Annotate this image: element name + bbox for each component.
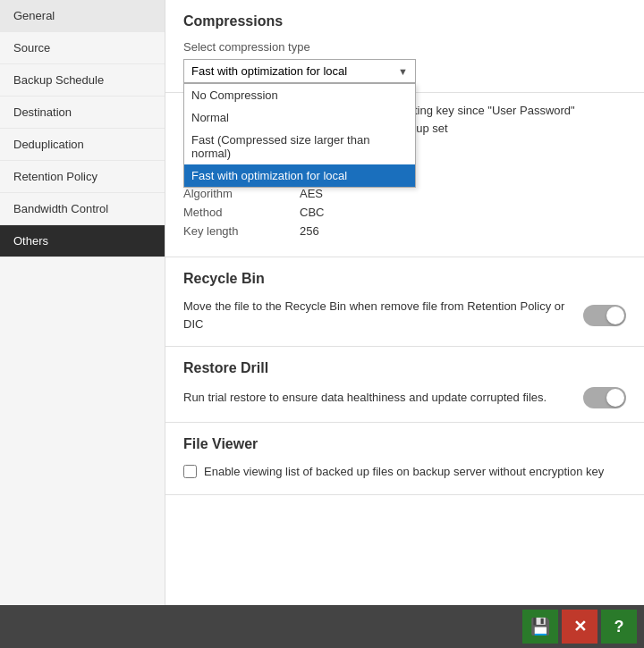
restore-drill-toggle[interactable]	[583, 387, 626, 408]
recycle-bin-section: Recycle Bin Move the file to the Recycle…	[165, 257, 644, 347]
restore-drill-section: Restore Drill Run trial restore to ensur…	[165, 347, 644, 423]
recycle-bin-title: Recycle Bin	[183, 271, 626, 287]
recycle-bin-toggle[interactable]	[583, 305, 626, 326]
algorithm-row: Algorithm AES	[183, 187, 626, 200]
algorithm-label: Algorithm	[183, 187, 300, 200]
compression-select-display[interactable]: Fast with optimization for local ▼	[183, 59, 416, 83]
sidebar-item-bandwidth-control[interactable]: Bandwidth Control	[0, 193, 165, 225]
close-button[interactable]: ✕	[562, 610, 597, 644]
file-viewer-checkbox[interactable]	[183, 465, 197, 478]
footer-toolbar: 💾 ✕ ?	[0, 605, 644, 648]
main-content: Compressions Select compression type Fas…	[165, 0, 644, 605]
file-viewer-section: File Viewer Enable viewing list of backe…	[165, 423, 644, 495]
compressions-section: Compressions Select compression type Fas…	[165, 0, 644, 92]
sidebar-item-general[interactable]: General	[0, 0, 165, 32]
sidebar-item-destination[interactable]: Destination	[0, 97, 165, 129]
method-row: Method CBC	[183, 206, 626, 219]
select-compression-label: Select compression type	[183, 40, 626, 54]
sidebar: GeneralSourceBackup ScheduleDestinationD…	[0, 0, 165, 605]
dropdown-arrow-icon: ▼	[398, 66, 408, 77]
method-value: CBC	[300, 206, 324, 219]
sidebar-item-source[interactable]: Source	[0, 32, 165, 64]
compressions-title: Compressions	[183, 13, 626, 29]
compression-selected-value: Fast with optimization for local	[191, 64, 398, 78]
compression-option[interactable]: No Compression	[184, 84, 415, 106]
restore-drill-toggle-knob	[606, 389, 624, 407]
save-button[interactable]: 💾	[522, 610, 558, 644]
restore-drill-row: Run trial restore to ensure data healthi…	[183, 387, 626, 408]
compression-dropdown-wrapper[interactable]: Fast with optimization for local ▼ No Co…	[183, 59, 416, 83]
file-viewer-checkbox-label: Enable viewing list of backed up files o…	[204, 463, 604, 481]
sidebar-item-deduplication[interactable]: Deduplication	[0, 129, 165, 161]
key-length-value: 256	[300, 224, 319, 238]
key-length-label: Key length	[183, 224, 300, 238]
method-label: Method	[183, 206, 300, 219]
compression-option[interactable]: Normal	[184, 106, 415, 129]
recycle-bin-description: Move the file to the Recycle Bin when re…	[183, 298, 570, 332]
key-length-row: Key length 256	[183, 224, 626, 238]
compression-option[interactable]: Fast (Compressed size larger than normal…	[184, 129, 415, 164]
compression-dropdown-list[interactable]: No CompressionNormalFast (Compressed siz…	[183, 83, 416, 188]
sidebar-item-backup-schedule[interactable]: Backup Schedule	[0, 64, 165, 97]
sidebar-item-others[interactable]: Others	[0, 225, 165, 257]
algorithm-value: AES	[300, 187, 323, 200]
file-viewer-checkbox-row: Enable viewing list of backed up files o…	[183, 463, 626, 481]
recycle-bin-row: Move the file to the Recycle Bin when re…	[183, 298, 626, 332]
recycle-bin-toggle-knob	[606, 307, 624, 324]
compression-option[interactable]: Fast with optimization for local	[184, 164, 415, 187]
sidebar-item-retention-policy[interactable]: Retention Policy	[0, 161, 165, 193]
restore-drill-description: Run trial restore to ensure data healthi…	[183, 389, 570, 407]
restore-drill-title: Restore Drill	[183, 360, 626, 376]
help-button[interactable]: ?	[601, 610, 637, 644]
file-viewer-title: File Viewer	[183, 436, 626, 452]
